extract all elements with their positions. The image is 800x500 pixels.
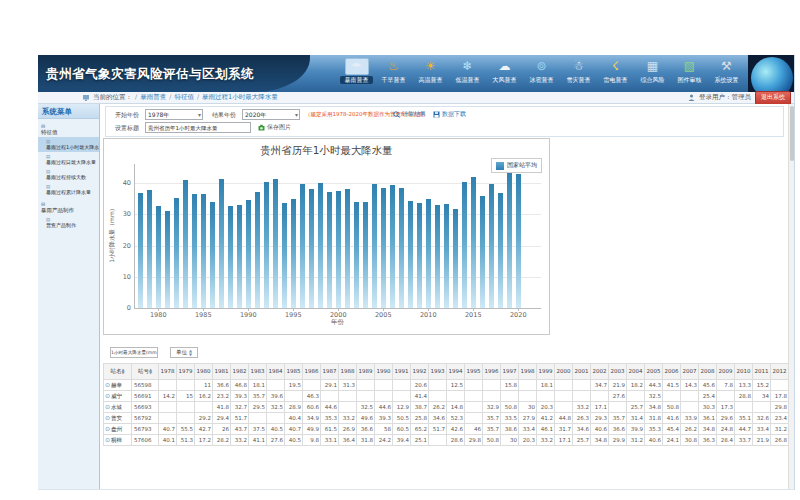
toolbar-item-drought[interactable]: ♨干旱普查 xyxy=(375,56,412,91)
toolbar-item-gale[interactable]: ☁大风普查 xyxy=(486,56,523,91)
table-cell xyxy=(735,402,753,413)
toolbar-item-map-review[interactable]: ▧图件审核 xyxy=(671,56,708,91)
start-year-select[interactable]: 1978年▾ xyxy=(145,109,203,120)
comprehensive-risk-icon: ▦ xyxy=(641,58,665,75)
table-cell: 49.9 xyxy=(303,424,321,435)
sidebar-group[interactable]: ⊟特征值 xyxy=(41,123,99,136)
chart-bar xyxy=(210,202,216,308)
chevron-down-icon: ▾ xyxy=(198,110,201,120)
unit-dropdown[interactable]: 单位 ▲▼ xyxy=(170,347,198,358)
table-cell: 16.2 xyxy=(195,391,213,402)
table-cell: 36.6 xyxy=(609,424,627,435)
chart-bar xyxy=(192,194,198,308)
breadcrumb-link[interactable]: 暴雨过程1小时最大降水量 xyxy=(202,93,278,102)
table-cell: 41.4 xyxy=(411,391,429,402)
toolbar-item-label: 暴雨普查 xyxy=(340,76,373,84)
table-cell xyxy=(357,391,375,402)
table-cell: 42.7 xyxy=(195,424,213,435)
table-cell: 39.3 xyxy=(375,413,393,424)
table-cell xyxy=(375,380,393,391)
sidebar-item[interactable]: ▤普查产品制作 xyxy=(38,215,99,230)
sidebar-item[interactable]: ▤暴雨过程累计降水量 xyxy=(38,182,99,197)
sidebar-item[interactable]: ▤暴雨过程持续天数 xyxy=(38,167,99,182)
table-header-year: 1993 xyxy=(429,364,447,380)
table-cell: 26.2 xyxy=(429,402,447,413)
sidebar-item[interactable]: ▤暴雨过程1小时最大降水量 xyxy=(38,137,99,152)
breadcrumb-link[interactable]: 特征值 xyxy=(174,93,194,102)
toolbar-item-snow[interactable]: ☃雪灾普查 xyxy=(560,56,597,91)
table-cell: 51.7 xyxy=(231,413,249,424)
expand-icon[interactable]: ⊙ xyxy=(105,425,110,432)
sidebar: 系统菜单 ⊟特征值▤暴雨过程1小时最大降水量▤暴雨过程日最大降水量▤暴雨过程持续… xyxy=(38,104,100,489)
table-cell: 17.3 xyxy=(717,402,735,413)
chart-bar xyxy=(327,192,333,308)
toolbar-item-lightning[interactable]: ☇雷电普查 xyxy=(597,56,634,91)
table-header-year: 2012 xyxy=(771,364,789,380)
table-cell: 40.7 xyxy=(285,424,303,435)
table-cell: 33.2 xyxy=(537,435,555,446)
data-download-link[interactable]: 数据下载 xyxy=(433,110,466,119)
breadcrumb-bar: 当前的位置： /暴雨普查/特征值/暴雨过程1小时最大降水量 登录用户：管理员 退… xyxy=(38,92,794,104)
chart-bar xyxy=(300,184,306,308)
y-axis-line xyxy=(134,164,135,308)
table-cell: 44.7 xyxy=(735,424,753,435)
table-cell xyxy=(483,391,501,402)
toolbar-item-label: 低温普查 xyxy=(449,76,486,84)
table-cell: 9.8 xyxy=(303,435,321,446)
sort-arrows-icon[interactable]: ▲▼ xyxy=(149,368,152,375)
gridline xyxy=(135,183,541,184)
expand-icon[interactable]: ⊙ xyxy=(105,381,110,388)
table-cell xyxy=(393,380,411,391)
station-name-cell: ⊙盘州 xyxy=(104,424,132,435)
table-cell xyxy=(249,413,267,424)
toolbar-item-rainstorm[interactable]: ☂暴雨普查 xyxy=(338,56,375,91)
end-year-select[interactable]: 2020年▾ xyxy=(242,109,300,120)
toolbar-item-high-temp[interactable]: ☀高温普查 xyxy=(412,56,449,91)
table-filter-box[interactable]: 1小时最大降水量(mm) xyxy=(110,347,158,358)
chart-title-input[interactable]: 贵州省历年1小时最大降水量 xyxy=(145,122,251,133)
table-cell: 35.7 xyxy=(609,413,627,424)
expand-icon[interactable]: ⊙ xyxy=(105,414,110,421)
system-settings-icon: ⚒ xyxy=(715,58,739,75)
table-cell: 25.1 xyxy=(411,435,429,446)
chart-bar xyxy=(516,174,522,308)
toolbar-item-system-settings[interactable]: ⚒系统设置 xyxy=(708,56,745,91)
vertical-scrollbar[interactable] xyxy=(788,104,794,489)
breadcrumb-link[interactable]: 暴雨普查 xyxy=(140,93,166,102)
table-header-id[interactable]: 站号▲▼ xyxy=(132,364,159,380)
sort-arrows-icon[interactable]: ▲▼ xyxy=(121,368,124,375)
table-cell: 41.8 xyxy=(213,402,231,413)
sidebar-group[interactable]: ⊟暴雨产品制作 xyxy=(41,201,99,214)
table-row: ⊙普安5679229.229.451.740.434.935.333.249.6… xyxy=(104,413,789,424)
save-image-link[interactable]: 保存图片 xyxy=(258,123,291,132)
calc-result-link[interactable]: 计算结果 xyxy=(393,110,426,119)
chart-bar xyxy=(309,189,315,308)
monitor-icon xyxy=(82,94,90,102)
table-cell: 26.9 xyxy=(339,424,357,435)
chart-bar xyxy=(228,206,234,308)
table-cell: 38.6 xyxy=(501,424,519,435)
sidebar-item[interactable]: ▤暴雨过程日最大降水量 xyxy=(38,152,99,167)
table-cell: 12.9 xyxy=(393,402,411,413)
x-tick-label: 1985 xyxy=(191,311,215,319)
scrollbar-thumb[interactable] xyxy=(790,106,794,161)
table-header-station[interactable]: 站名▲▼ xyxy=(104,364,132,380)
station-name-cell: ⊙赫章 xyxy=(104,380,132,391)
sort-arrows-icon[interactable]: ▲▼ xyxy=(189,349,192,356)
table-cell: 40.1 xyxy=(159,435,177,446)
toolbar-item-hail[interactable]: ⊚冰雹普查 xyxy=(523,56,560,91)
logout-button[interactable]: 退出系统 xyxy=(755,91,791,105)
expand-icon[interactable]: ⊙ xyxy=(105,403,110,410)
table-cell: 31.7 xyxy=(555,424,573,435)
expand-icon[interactable]: ⊙ xyxy=(105,436,110,443)
toolbar-item-label: 系统设置 xyxy=(708,76,745,84)
table-cell: 13.3 xyxy=(735,380,753,391)
toolbar-item-low-temp[interactable]: ❄低温普查 xyxy=(449,56,486,91)
toolbar-item-comprehensive-risk[interactable]: ▦综合风险 xyxy=(634,56,671,91)
expand-icon[interactable]: ⊙ xyxy=(105,392,110,399)
table-cell: 35.7 xyxy=(483,413,501,424)
toolbar-item-label: 图件审核 xyxy=(671,76,708,84)
table-cell: 38.7 xyxy=(411,402,429,413)
data-table: 站名▲▼站号▲▼19781979198019811982198319841985… xyxy=(103,363,789,446)
table-cell xyxy=(429,391,447,402)
